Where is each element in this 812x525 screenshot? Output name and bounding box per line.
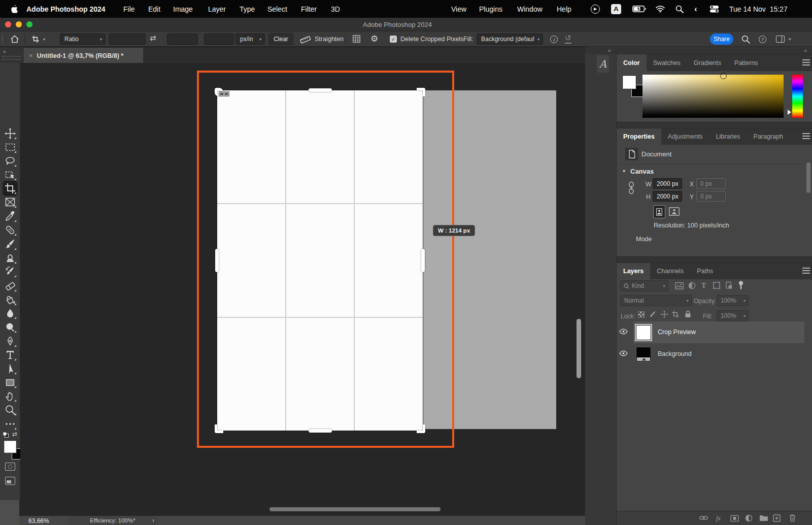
tab-properties[interactable]: Properties — [617, 128, 661, 145]
foreground-color-swatch[interactable] — [4, 441, 16, 453]
hue-slider-marker[interactable] — [788, 110, 791, 115]
control-center-icon[interactable] — [709, 0, 719, 18]
foreground-color-swatch[interactable] — [623, 76, 636, 89]
layer-filter-kind-select[interactable]: Kind ▾ — [620, 280, 668, 291]
screen-record-icon[interactable]: ▶ — [591, 0, 600, 18]
properties-panel-menu-icon[interactable] — [802, 133, 810, 139]
saturation-brightness-field[interactable] — [642, 75, 784, 118]
menu-filter[interactable]: Filter — [301, 0, 317, 18]
crop-handle-left[interactable] — [215, 249, 219, 272]
crop-preset-chevron-icon[interactable]: ▾ — [43, 37, 45, 42]
workspace-panels-icon[interactable] — [776, 36, 785, 43]
tab-swatches[interactable]: Swatches — [647, 54, 687, 71]
tab-patterns[interactable]: Patterns — [728, 54, 765, 71]
layers-panel-menu-icon[interactable] — [802, 268, 810, 274]
tool-brush[interactable] — [4, 238, 16, 250]
lock-all-icon[interactable] — [685, 310, 691, 318]
crop-tool-preset-button[interactable] — [31, 35, 40, 43]
crop-height-input[interactable] — [167, 34, 198, 45]
menu-view[interactable]: View — [451, 0, 466, 18]
reset-crop-icon[interactable]: ↺ — [565, 34, 571, 44]
straighten-icon[interactable] — [299, 35, 311, 44]
link-layers-icon[interactable] — [699, 515, 708, 521]
aspect-ratio-select[interactable]: Ratio▾ — [60, 34, 106, 45]
menu-3d[interactable]: 3D — [331, 0, 340, 18]
filter-pixel-layers-icon[interactable] — [675, 282, 684, 289]
fill-opacity-select[interactable]: 100%▾ — [717, 310, 749, 321]
info-icon[interactable]: i — [550, 36, 558, 43]
link-dimensions-icon[interactable] — [628, 181, 634, 194]
lock-pixels-icon[interactable] — [649, 310, 657, 318]
menu-plugins[interactable]: Plugins — [479, 0, 502, 18]
tool-blur[interactable] — [4, 307, 16, 319]
new-adjustment-layer-icon[interactable] — [745, 514, 753, 522]
tab-paragraph[interactable]: Paragraph — [747, 128, 790, 145]
layer-thumbnail[interactable] — [636, 347, 651, 362]
canvas-x-input[interactable]: 0 px — [696, 178, 726, 189]
status-info-box[interactable]: Efficiency: 100%* › — [67, 516, 158, 525]
wifi-icon[interactable] — [656, 0, 665, 18]
canvas-section-header[interactable]: Canvas — [630, 168, 654, 175]
lock-transparency-icon[interactable] — [638, 311, 645, 318]
canvas-area[interactable]: W : 1214 px — [20, 63, 585, 516]
add-layer-mask-icon[interactable] — [730, 515, 739, 522]
tool-dodge[interactable] — [4, 321, 16, 333]
fill-mode-select[interactable]: Background (default)▾ — [477, 34, 543, 45]
tool-rectangle[interactable] — [4, 376, 16, 388]
search-icon[interactable] — [741, 35, 750, 44]
document-tab[interactable]: × Untitled-1 @ 63,7% (RGB/8) * — [24, 48, 143, 63]
options-overflow-icon[interactable]: » — [788, 36, 791, 42]
crop-handle-right[interactable] — [421, 249, 425, 272]
swap-width-height-icon[interactable]: ⇄ — [150, 34, 156, 43]
tool-type[interactable] — [4, 349, 16, 361]
layer-name[interactable]: Crop Preview — [658, 329, 696, 336]
color-picker-marker[interactable] — [720, 73, 727, 79]
delete-cropped-pixels-label[interactable]: Delete Cropped Pixels — [400, 36, 463, 43]
spotlight-search-icon[interactable] — [675, 0, 684, 18]
tool-more-options[interactable] — [4, 418, 16, 430]
zoom-level[interactable]: 63,66% — [28, 517, 49, 524]
share-button[interactable]: Share — [710, 34, 733, 45]
tab-overflow-icon[interactable]: » — [3, 49, 6, 54]
tool-history-brush[interactable] — [4, 266, 16, 278]
straighten-label[interactable]: Straighten — [315, 36, 344, 43]
crop-handle-bottom-left[interactable] — [215, 424, 223, 433]
canvas-section-chevron-icon[interactable]: ▾ — [623, 168, 625, 174]
menu-edit[interactable]: Edit — [148, 0, 160, 18]
options-grip[interactable] — [2, 35, 4, 44]
opacity-select[interactable]: 100%▾ — [717, 295, 749, 306]
layer-effects-icon[interactable]: fx — [716, 514, 721, 522]
crop-settings-gear-button[interactable]: ⚙ — [370, 34, 378, 44]
menu-window[interactable]: Window — [517, 0, 543, 18]
tool-lasso[interactable] — [4, 155, 16, 167]
tool-hand[interactable] — [4, 390, 16, 402]
mode-label[interactable]: Mode — [636, 236, 652, 243]
menu-file[interactable]: File — [123, 0, 135, 18]
tool-eraser[interactable] — [4, 280, 16, 292]
tool-crop[interactable] — [4, 182, 16, 194]
crop-preview-canvas[interactable] — [217, 90, 423, 431]
tool-paint-bucket[interactable] — [4, 293, 16, 306]
color-panel-menu-icon[interactable] — [802, 59, 810, 65]
menu-help[interactable]: Help — [557, 0, 571, 18]
tab-libraries[interactable]: Libraries — [709, 128, 747, 145]
tool-clone-stamp[interactable] — [4, 252, 16, 264]
menu-type[interactable]: Type — [240, 0, 255, 18]
horizontal-scrollbar[interactable] — [269, 507, 441, 511]
orientation-landscape-button[interactable] — [669, 207, 680, 216]
crop-handle-bottom-right[interactable] — [417, 424, 425, 433]
tab-color[interactable]: Color — [617, 54, 647, 71]
menu-app-name[interactable]: Adobe Photoshop 2024 — [26, 0, 106, 18]
crop-handle-top-right[interactable] — [417, 88, 425, 96]
crop-overlay-grid-button[interactable] — [352, 35, 361, 43]
lock-artboard-icon[interactable] — [671, 310, 680, 318]
chevron-left-icon[interactable]: ‹ — [694, 0, 697, 18]
tool-rectangular-marquee[interactable] — [4, 141, 16, 153]
tool-frame[interactable] — [4, 196, 16, 208]
crop-resolution-input[interactable] — [204, 34, 234, 45]
tool-pen[interactable] — [4, 335, 16, 347]
input-source-icon[interactable]: A — [611, 0, 621, 18]
filter-pin-toggle-icon[interactable] — [738, 281, 743, 289]
canvas-y-input[interactable]: 0 px — [696, 191, 726, 202]
tool-object-selection[interactable] — [4, 169, 16, 181]
